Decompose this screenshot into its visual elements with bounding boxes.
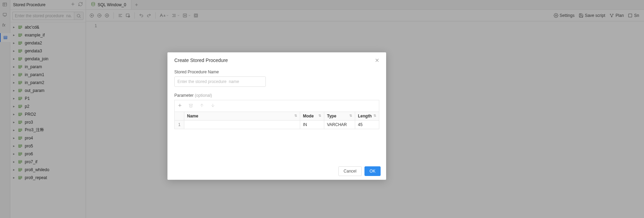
sort-icon[interactable]: ⇅ [349, 114, 352, 117]
col-mode[interactable]: Mode⇅ [300, 112, 324, 121]
parameter-table: Name⇅ Mode⇅ Type⇅ Length⇅ 1INVARCHAR45 [174, 112, 379, 129]
add-param-icon[interactable] [177, 103, 182, 109]
create-stored-procedure-modal: Create Stored Procedure ✕ Stored Procedu… [167, 52, 386, 180]
col-type[interactable]: Type⇅ [324, 112, 355, 121]
delete-param-icon[interactable] [188, 103, 193, 109]
sort-icon[interactable]: ⇅ [373, 114, 376, 117]
col-name[interactable]: Name⇅ [184, 112, 300, 121]
parameter-section: Parameter (optional) Name⇅ Mode⇅ Type⇅ L… [174, 93, 379, 129]
move-down-icon[interactable] [210, 103, 215, 109]
cell-name[interactable] [184, 121, 300, 129]
parameter-label: Parameter (optional) [174, 93, 379, 98]
modal-header: Create Stored Procedure ✕ [167, 52, 386, 68]
cell-length[interactable]: 45 [355, 121, 379, 129]
parameter-toolbar [174, 100, 379, 112]
col-length[interactable]: Length⇅ [355, 112, 379, 121]
sort-icon[interactable]: ⇅ [318, 114, 321, 117]
cancel-button[interactable]: Cancel [338, 166, 361, 176]
close-icon[interactable]: ✕ [375, 57, 379, 64]
col-rownum [175, 112, 184, 121]
modal-footer: Cancel OK [167, 163, 386, 180]
sort-icon[interactable]: ⇅ [294, 114, 297, 117]
modal-title: Create Stored Procedure [174, 58, 375, 63]
cell-rownum: 1 [175, 121, 184, 129]
procedure-name-input[interactable] [174, 76, 266, 87]
ok-button[interactable]: OK [364, 166, 381, 176]
name-field-label: Stored Procedure Name [174, 70, 379, 74]
move-up-icon[interactable] [199, 103, 204, 109]
modal-body: Stored Procedure Name Parameter (optiona… [167, 68, 386, 163]
table-row[interactable]: 1INVARCHAR45 [175, 121, 379, 129]
cell-type[interactable]: VARCHAR [324, 121, 355, 129]
cell-mode[interactable]: IN [300, 121, 324, 129]
